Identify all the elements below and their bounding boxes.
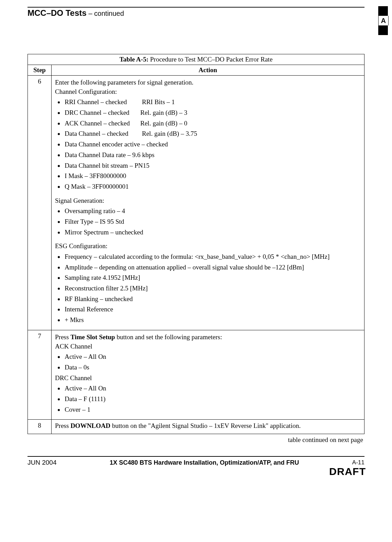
table-title-bold: Table A-5: xyxy=(119,56,148,63)
col-header-action: Action xyxy=(52,65,364,76)
list-item: Cover – 1 xyxy=(64,406,361,414)
draft-watermark: DRAFT xyxy=(28,466,366,477)
table-title-cell: Table A-5: Procedure to Test MCC–DO Pack… xyxy=(28,54,364,65)
step-number: 8 xyxy=(28,420,52,434)
step-number: 6 xyxy=(28,76,52,330)
header-continued: – continued xyxy=(87,10,124,17)
list-item: Data Channel bit stream – PN15 xyxy=(64,162,361,170)
header-title: MCC–DO Tests xyxy=(28,8,87,18)
procedure-table: Table A-5: Procedure to Test MCC–DO Pack… xyxy=(28,54,364,434)
list-item: Amplitude – depending on attenuation app… xyxy=(64,263,361,272)
group-title: ACK Channel xyxy=(55,342,361,351)
table-row: 6 Enter the following parameters for sig… xyxy=(28,76,364,330)
group-title: DRC Channel xyxy=(55,374,361,383)
page-footer: JUN 2004 1X SC480 BTS Hardware Installat… xyxy=(28,459,364,466)
list-item: ACK Channel – checkedRel. gain (dB) – 0 xyxy=(64,119,361,128)
table-row: 7 Press Time Slot Setup button and set t… xyxy=(28,330,364,420)
footer-date: JUN 2004 xyxy=(28,459,57,466)
list-item: I Mask – 3FF80000000 xyxy=(64,172,361,180)
section-tab: A xyxy=(378,6,388,35)
list-item: Reconstruction filter 2.5 [MHz] xyxy=(64,284,361,293)
tab-marker-top xyxy=(378,6,388,16)
action-intro: Press Time Slot Setup button and set the… xyxy=(55,333,361,342)
bullet-list: Active – All On Data – F (1111) Cover – … xyxy=(64,384,361,414)
list-item: Q Mask – 3FF00000001 xyxy=(64,182,361,191)
bullet-list: Active – All On Data – 0s xyxy=(64,353,361,372)
continued-note: table continued on next page xyxy=(28,436,363,444)
page-header: MCC–DO Tests – continued xyxy=(28,8,124,18)
list-item: Data Channel encoder active – checked xyxy=(64,140,361,149)
list-item: Oversampling ratio – 4 xyxy=(64,207,361,215)
table-title-text: Procedure to Test MCC–DO Packet Error Ra… xyxy=(149,56,273,63)
action-content: Enter the following parameters for signa… xyxy=(52,76,364,330)
action-intro: Enter the following parameters for signa… xyxy=(55,78,361,87)
table-row: 8 Press DOWNLOAD button on the "Agilent … xyxy=(28,420,364,434)
footer-doc-title: 1X SC480 BTS Hardware Installation, Opti… xyxy=(57,459,352,466)
list-item: RRI Channel – checked RRI Bits – 1 xyxy=(64,98,361,107)
list-item: Active – All On xyxy=(64,384,361,393)
bullet-list: Oversampling ratio – 4 Filter Type – IS … xyxy=(64,207,361,236)
action-content: Press DOWNLOAD button on the "Agilent Si… xyxy=(52,420,364,434)
list-item: Internal Reference xyxy=(64,305,361,314)
list-item: + Mkrs xyxy=(64,316,361,324)
group-title: ESG Configuration: xyxy=(55,242,361,251)
bullet-list: RRI Channel – checked RRI Bits – 1 DRC C… xyxy=(64,98,361,191)
list-item: Frequency – calculated according to the … xyxy=(64,253,361,261)
group-title: Channel Configuration: xyxy=(55,88,361,96)
tab-marker-bottom xyxy=(378,25,388,35)
tab-letter: A xyxy=(378,16,389,25)
action-content: Press Time Slot Setup button and set the… xyxy=(52,330,364,420)
list-item: Active – All On xyxy=(64,353,361,361)
list-item: DRC Channel – checkedRel. gain (dB) – 3 xyxy=(64,109,361,117)
footer-page-number: A-11 xyxy=(352,459,364,466)
step-number: 7 xyxy=(28,330,52,420)
list-item: Data Channel Data rate – 9.6 kbps xyxy=(64,151,361,159)
list-item: Mirror Spectrum – unchecked xyxy=(64,228,361,237)
bullet-list: Frequency – calculated according to the … xyxy=(64,253,361,324)
list-item: Filter Type – IS 95 Std xyxy=(64,218,361,226)
list-item: Data Channel – checked Rel. gain (dB) – … xyxy=(64,130,361,138)
list-item: Sampling rate 4.1952 [MHz] xyxy=(64,274,361,282)
col-header-step: Step xyxy=(28,65,52,76)
group-title: Signal Generation: xyxy=(55,197,361,205)
list-item: RF Blanking – unchecked xyxy=(64,295,361,303)
list-item: Data – F (1111) xyxy=(64,395,361,403)
list-item: Data – 0s xyxy=(64,363,361,372)
